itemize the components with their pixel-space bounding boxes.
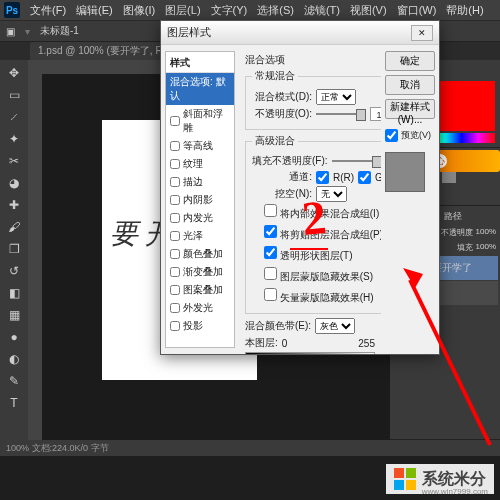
blur-tool-icon[interactable]: ● bbox=[2, 326, 26, 348]
wand-tool-icon[interactable]: ✦ bbox=[2, 128, 26, 150]
style-satin[interactable]: 光泽 bbox=[166, 227, 234, 245]
watermark: 系统米分 www.win7999.com bbox=[386, 464, 494, 494]
pen-tool-icon[interactable]: ✎ bbox=[2, 370, 26, 392]
style-inner-shadow[interactable]: 内阴影 bbox=[166, 191, 234, 209]
style-checkbox[interactable] bbox=[170, 177, 180, 187]
style-checkbox[interactable] bbox=[170, 321, 180, 331]
style-stroke[interactable]: 描边 bbox=[166, 173, 234, 191]
menu-view[interactable]: 视图(V) bbox=[350, 3, 387, 18]
history-brush-icon[interactable]: ↺ bbox=[2, 260, 26, 282]
crop-tool-icon[interactable]: ✂ bbox=[2, 150, 26, 172]
lasso-tool-icon[interactable]: ⟋ bbox=[2, 106, 26, 128]
channel-g-checkbox[interactable] bbox=[358, 171, 371, 184]
move-tool-icon[interactable]: ▣ bbox=[6, 26, 15, 37]
adv-check-3[interactable] bbox=[264, 267, 277, 280]
style-blending-options[interactable]: 混合选项: 默认 bbox=[166, 73, 234, 105]
style-checkbox[interactable] bbox=[170, 195, 180, 205]
menubar: Ps 文件(F) 编辑(E) 图像(I) 图层(L) 文字(Y) 选择(S) 滤… bbox=[0, 0, 500, 20]
range-hi: 255 bbox=[358, 338, 375, 349]
style-checkbox[interactable] bbox=[170, 231, 180, 241]
style-drop-shadow[interactable]: 投影 bbox=[166, 317, 234, 335]
blend-mode-select[interactable]: 正常 bbox=[316, 89, 356, 105]
menu-select[interactable]: 选择(S) bbox=[257, 3, 294, 18]
annotation-underline bbox=[290, 248, 328, 250]
status-bar: 100% 文档:224.0K/0 字节 bbox=[0, 440, 500, 456]
adv-check-2[interactable] bbox=[264, 246, 277, 259]
move-tool-icon[interactable]: ✥ bbox=[2, 62, 26, 84]
menu-edit[interactable]: 编辑(E) bbox=[76, 3, 113, 18]
menu-file[interactable]: 文件(F) bbox=[30, 3, 66, 18]
brush-tool-icon[interactable]: 🖌 bbox=[2, 216, 26, 238]
type-tool-icon[interactable]: T bbox=[2, 392, 26, 414]
ok-button[interactable]: 确定 bbox=[385, 51, 435, 71]
eraser-tool-icon[interactable]: ◧ bbox=[2, 282, 26, 304]
adv-check-2-label: 透明形状图层(T) bbox=[280, 250, 353, 261]
opacity-value[interactable]: 100 bbox=[370, 107, 381, 121]
opacity-value[interactable]: 100% bbox=[476, 227, 496, 238]
eyedropper-tool-icon[interactable]: ◕ bbox=[2, 172, 26, 194]
blendif-this-slider[interactable] bbox=[245, 352, 375, 354]
blendif-select[interactable]: 灰色 bbox=[315, 318, 355, 334]
opacity-label: 不透明度(O): bbox=[252, 107, 312, 121]
preview-checkbox[interactable] bbox=[385, 129, 398, 142]
adv-check-4[interactable] bbox=[264, 288, 277, 301]
channel-r-label: R(R) bbox=[333, 172, 354, 183]
style-checkbox[interactable] bbox=[170, 285, 180, 295]
general-legend: 常规混合 bbox=[252, 69, 298, 83]
style-inner-glow[interactable]: 内发光 bbox=[166, 209, 234, 227]
style-checkbox[interactable] bbox=[170, 267, 180, 277]
range-lo: 0 bbox=[282, 338, 288, 349]
menu-type[interactable]: 文字(Y) bbox=[211, 3, 248, 18]
panel-tab-paths[interactable]: 路径 bbox=[444, 210, 462, 223]
adv-check-0-label: 将内部效果混合成组(I) bbox=[280, 208, 379, 219]
gradient-tool-icon[interactable]: ▦ bbox=[2, 304, 26, 326]
style-checkbox[interactable] bbox=[170, 303, 180, 313]
adv-check-0[interactable] bbox=[264, 204, 277, 217]
blend-mode-label: 混合模式(D): bbox=[252, 90, 312, 104]
marquee-tool-icon[interactable]: ▭ bbox=[2, 84, 26, 106]
style-checkbox[interactable] bbox=[170, 141, 180, 151]
opacity-slider[interactable] bbox=[316, 113, 366, 115]
style-texture[interactable]: 纹理 bbox=[166, 155, 234, 173]
doc-name: 未标题-1 bbox=[40, 24, 79, 38]
heal-tool-icon[interactable]: ✚ bbox=[2, 194, 26, 216]
new-style-button[interactable]: 新建样式(W)... bbox=[385, 99, 435, 119]
style-checkbox[interactable] bbox=[170, 213, 180, 223]
dialog-buttons: 确定 取消 新建样式(W)... 预览(V) bbox=[381, 45, 439, 354]
menu-filter[interactable]: 滤镜(T) bbox=[304, 3, 340, 18]
menu-layer[interactable]: 图层(L) bbox=[165, 3, 200, 18]
style-bevel[interactable]: 斜面和浮雕 bbox=[166, 105, 234, 137]
menu-image[interactable]: 图像(I) bbox=[123, 3, 155, 18]
advanced-legend: 高级混合 bbox=[252, 134, 298, 148]
cancel-button[interactable]: 取消 bbox=[385, 75, 435, 95]
dodge-tool-icon[interactable]: ◐ bbox=[2, 348, 26, 370]
fill-value[interactable]: 100% bbox=[476, 242, 496, 253]
style-checkbox[interactable] bbox=[170, 249, 180, 259]
adv-check-1-label: 将剪贴图层混合成组(P) bbox=[280, 229, 381, 240]
style-contour[interactable]: 等高线 bbox=[166, 137, 234, 155]
style-pattern-overlay[interactable]: 图案叠加 bbox=[166, 281, 234, 299]
detail-title: 混合选项 bbox=[245, 53, 375, 67]
style-list: 样式 混合选项: 默认 斜面和浮雕 等高线 纹理 描边 内阴影 内发光 光泽 颜… bbox=[165, 51, 235, 348]
fill-label: 填充 bbox=[457, 242, 473, 253]
watermark-url: www.win7999.com bbox=[422, 487, 488, 496]
menu-window[interactable]: 窗口(W) bbox=[397, 3, 437, 18]
style-checkbox[interactable] bbox=[170, 159, 180, 169]
channel-r-checkbox[interactable] bbox=[316, 171, 329, 184]
this-layer-label: 本图层: bbox=[245, 336, 278, 350]
style-color-overlay[interactable]: 颜色叠加 bbox=[166, 245, 234, 263]
close-icon[interactable]: ✕ bbox=[411, 25, 433, 41]
menu-help[interactable]: 帮助(H) bbox=[446, 3, 483, 18]
channel-g-label: G(G) bbox=[375, 172, 381, 183]
stamp-tool-icon[interactable]: ❐ bbox=[2, 238, 26, 260]
blendif-label: 混合颜色带(E): bbox=[245, 319, 311, 333]
style-checkbox[interactable] bbox=[170, 116, 180, 126]
dialog-titlebar[interactable]: 图层样式 ✕ bbox=[161, 21, 439, 45]
style-gradient-overlay[interactable]: 渐变叠加 bbox=[166, 263, 234, 281]
adv-check-4-label: 矢量蒙版隐藏效果(H) bbox=[280, 292, 374, 303]
fill-opacity-slider[interactable] bbox=[332, 160, 381, 162]
adv-check-1[interactable] bbox=[264, 225, 277, 238]
ruler-vertical[interactable] bbox=[28, 60, 42, 440]
style-outer-glow[interactable]: 外发光 bbox=[166, 299, 234, 317]
layer-style-dialog: 图层样式 ✕ 样式 混合选项: 默认 斜面和浮雕 等高线 纹理 描边 内阴影 内… bbox=[160, 20, 440, 355]
